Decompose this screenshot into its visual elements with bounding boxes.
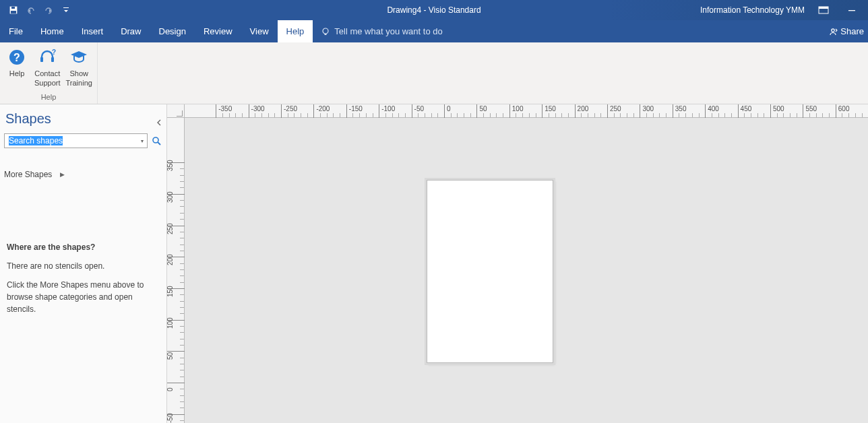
canvas-area: -350-300-250-200-150-100-500501001502002… bbox=[167, 104, 868, 423]
tab-design[interactable]: Design bbox=[150, 20, 195, 42]
svg-rect-6 bbox=[819, 7, 828, 9]
search-scope-dropdown[interactable]: ▾ bbox=[137, 134, 147, 148]
minimize-button[interactable] bbox=[842, 2, 861, 18]
help-button-label: Help bbox=[9, 69, 25, 78]
account-name[interactable]: Information Technology YMM bbox=[700, 5, 805, 15]
svg-line-17 bbox=[158, 142, 160, 145]
svg-text:?: ? bbox=[13, 52, 20, 63]
tell-me-label: Tell me what you want to do bbox=[334, 26, 442, 36]
ribbon-group-label: Help bbox=[41, 92, 57, 104]
svg-rect-2 bbox=[11, 11, 16, 13]
svg-point-8 bbox=[323, 28, 328, 34]
ribbon-group-help: ? Help ? Contact Support Show Training H… bbox=[0, 42, 98, 104]
undo-button[interactable] bbox=[23, 2, 39, 18]
drawing-page[interactable] bbox=[427, 180, 553, 363]
titlebar: Drawing4 - Visio Standard Information Te… bbox=[0, 0, 868, 20]
tab-review[interactable]: Review bbox=[195, 20, 241, 42]
lightbulb-icon bbox=[321, 27, 330, 36]
ribbon-tabs: File Home Insert Draw Design Review View… bbox=[0, 20, 868, 42]
svg-rect-3 bbox=[11, 7, 15, 9]
tab-view[interactable]: View bbox=[241, 20, 278, 42]
shapes-panel: Shapes ▾ More Shapes ▶ Where are the sha… bbox=[0, 104, 167, 423]
tab-draw[interactable]: Draw bbox=[112, 20, 150, 42]
tab-insert[interactable]: Insert bbox=[73, 20, 113, 42]
help-button[interactable]: ? Help bbox=[3, 44, 31, 92]
show-training-label: Show Training bbox=[66, 69, 92, 88]
help-icon: ? bbox=[7, 46, 26, 69]
search-shapes-field[interactable]: ▾ bbox=[4, 133, 148, 148]
quick-access-toolbar bbox=[0, 2, 74, 18]
search-submit-button[interactable] bbox=[150, 133, 162, 148]
show-training-button[interactable]: Show Training bbox=[64, 44, 94, 92]
tab-home[interactable]: Home bbox=[32, 20, 73, 42]
chevron-right-icon: ▶ bbox=[60, 171, 65, 178]
redo-button[interactable] bbox=[40, 2, 57, 18]
shapes-help-line1: There are no stencils open. bbox=[7, 260, 161, 272]
window-title: Drawing4 - Visio Standard bbox=[387, 5, 480, 15]
share-label: Share bbox=[840, 26, 864, 36]
graduation-cap-icon bbox=[69, 46, 88, 69]
svg-rect-9 bbox=[325, 34, 327, 35]
share-icon bbox=[828, 27, 838, 36]
shapes-panel-title: Shapes bbox=[0, 104, 166, 131]
more-shapes-menu[interactable]: More Shapes ▶ bbox=[0, 163, 166, 186]
search-icon bbox=[152, 136, 161, 145]
shapes-help-line2: Click the More Shapes menu above to brow… bbox=[7, 279, 161, 315]
headset-icon: ? bbox=[38, 46, 57, 69]
shapes-help-text: Where are the shapes? There are no stenc… bbox=[0, 186, 166, 322]
tab-file[interactable]: File bbox=[0, 20, 32, 42]
svg-rect-4 bbox=[63, 7, 69, 8]
share-button[interactable]: Share bbox=[824, 20, 868, 42]
contact-support-button[interactable]: ? Contact Support bbox=[32, 44, 63, 92]
tab-help[interactable]: Help bbox=[278, 20, 313, 42]
contact-support-label: Contact Support bbox=[34, 69, 61, 88]
save-button[interactable] bbox=[5, 2, 22, 18]
ribbon-display-options-button[interactable] bbox=[814, 2, 833, 18]
svg-point-16 bbox=[153, 137, 158, 143]
drawing-surface[interactable] bbox=[185, 118, 868, 423]
shapes-help-header: Where are the shapes? bbox=[7, 241, 161, 253]
collapse-shapes-button[interactable] bbox=[156, 119, 162, 126]
svg-rect-13 bbox=[40, 57, 43, 62]
vertical-ruler[interactable]: 350300250200150100500-50 bbox=[167, 118, 185, 423]
search-shapes-input[interactable] bbox=[5, 134, 137, 148]
svg-point-10 bbox=[832, 28, 834, 31]
svg-text:?: ? bbox=[52, 48, 56, 56]
tell-me-search[interactable]: Tell me what you want to do bbox=[313, 20, 450, 42]
svg-rect-7 bbox=[848, 10, 855, 11]
ribbon: ? Help ? Contact Support Show Training H… bbox=[0, 42, 868, 104]
horizontal-ruler[interactable]: -350-300-250-200-150-100-500501001502002… bbox=[185, 104, 868, 118]
ruler-corner[interactable] bbox=[167, 104, 185, 118]
svg-rect-14 bbox=[51, 57, 54, 62]
qat-customize-button[interactable] bbox=[58, 2, 74, 18]
more-shapes-label: More Shapes bbox=[4, 170, 52, 179]
